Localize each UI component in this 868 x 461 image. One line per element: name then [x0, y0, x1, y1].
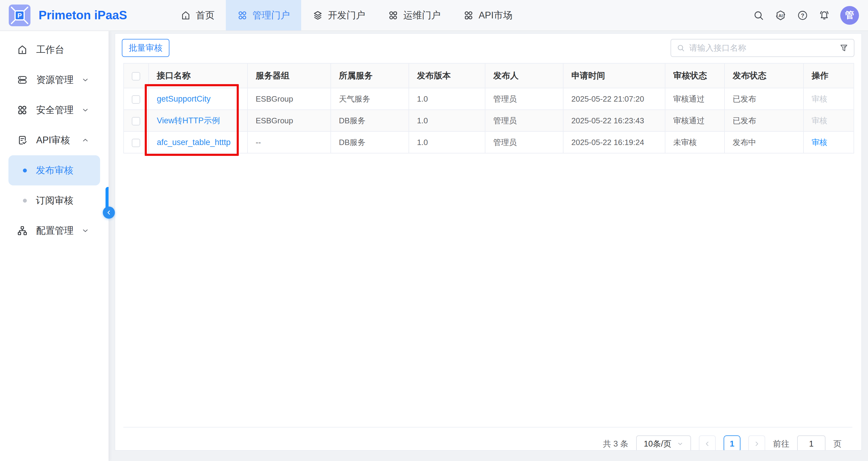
- column-header: 接口名称: [149, 63, 248, 88]
- home-icon: [181, 10, 191, 21]
- table-row: afc_user_table_htttp -- DB服务 1.0 管理员 202…: [124, 131, 854, 153]
- api-name-link[interactable]: View转HTTP示例: [157, 116, 220, 125]
- batch-audit-button[interactable]: 批量审核: [122, 39, 169, 57]
- cell-service: 天气服务: [331, 88, 409, 110]
- config-icon: [17, 225, 28, 236]
- row-checkbox[interactable]: [132, 117, 140, 125]
- api-audit-icon: [17, 135, 28, 146]
- nav-item-api-market[interactable]: API市场: [452, 0, 524, 30]
- security-icon: [17, 104, 28, 116]
- cell-apply-time: 2025-05-22 16:19:24: [563, 131, 665, 153]
- row-checkbox[interactable]: [132, 139, 140, 147]
- sidebar-collapse-button[interactable]: [103, 207, 115, 219]
- cell-apply-time: 2025-05-22 21:07:20: [563, 88, 665, 110]
- chevron-up-icon: [82, 136, 89, 144]
- nav-item-label: API市场: [478, 9, 512, 22]
- cell-server-group: ESBGroup: [248, 110, 331, 131]
- sidebar-subitem-label: 订阅审核: [36, 194, 73, 207]
- api-name-link[interactable]: getSupportCity: [157, 94, 211, 103]
- cell-publish-status: 发布中: [724, 131, 804, 153]
- chevron-down-icon: [82, 106, 89, 114]
- nav-item-home[interactable]: 首页: [169, 0, 226, 30]
- inactive-dot-icon: [23, 199, 27, 203]
- audit-action-link[interactable]: 审核: [812, 138, 827, 147]
- cell-audit-status: 未审核: [665, 131, 724, 153]
- audit-action-disabled: 审核: [812, 94, 827, 103]
- column-header: 申请时间: [563, 63, 665, 88]
- goto-page-input[interactable]: [797, 435, 826, 451]
- sidebar-item-config[interactable]: 配置管理: [0, 216, 108, 246]
- column-header: 发布版本: [409, 63, 485, 88]
- sidebar: 工作台 资源管理 安全管理: [0, 31, 108, 461]
- layers-icon: [313, 10, 323, 21]
- select-all-checkbox[interactable]: [132, 72, 140, 81]
- grid-icon: [388, 10, 398, 21]
- cell-audit-status: 审核通过: [665, 110, 724, 131]
- help-icon[interactable]: ?: [797, 10, 808, 21]
- bell-icon[interactable]: [818, 10, 830, 21]
- column-header: 发布人: [485, 63, 563, 88]
- sidebar-item-subscribe-audit[interactable]: 订阅审核: [8, 185, 100, 216]
- chevron-left-icon: [704, 440, 711, 448]
- brand: P Primeton iPaaS: [0, 4, 127, 27]
- audit-action-disabled: 审核: [812, 116, 827, 125]
- sidebar-item-workbench[interactable]: 工作台: [0, 35, 108, 65]
- sidebar-item-label: 配置管理: [36, 224, 73, 237]
- ai-icon[interactable]: AI: [775, 9, 786, 22]
- sidebar-item-publish-audit[interactable]: 发布审核: [8, 155, 100, 185]
- pagination-bar: 共 3 条 10条/页 1 前往 页: [123, 427, 852, 451]
- cell-server-group: ESBGroup: [248, 88, 331, 110]
- nav-menu: 首页 管理门户 开发门户: [169, 0, 524, 30]
- page-number-button[interactable]: 1: [723, 435, 741, 451]
- table-header-row: 接口名称 服务器组 所属服务 发布版本 发布人 申请时间 审核状态 发布状态 操…: [124, 63, 854, 88]
- chevron-down-icon: [82, 227, 89, 235]
- nav-item-label: 管理门户: [252, 9, 290, 22]
- cell-server-group: --: [248, 131, 331, 153]
- page-size-value: 10条/页: [644, 438, 672, 449]
- nav-item-label: 开发门户: [328, 9, 365, 22]
- avatar[interactable]: 管: [840, 6, 859, 25]
- chevron-right-icon: [753, 440, 761, 448]
- cell-service: DB服务: [331, 110, 409, 131]
- brand-logo-icon: P: [8, 4, 31, 27]
- api-name-link[interactable]: afc_user_table_htttp: [157, 138, 230, 147]
- page-unit-label: 页: [833, 435, 841, 451]
- active-dot-icon: [23, 168, 27, 173]
- workbench-icon: [17, 44, 28, 55]
- chevron-left-icon: [105, 209, 112, 216]
- goto-label: 前往: [773, 435, 789, 451]
- page-size-select[interactable]: 10条/页: [636, 435, 691, 451]
- sidebar-item-security[interactable]: 安全管理: [0, 95, 108, 125]
- cell-publisher: 管理员: [485, 131, 563, 153]
- search-input[interactable]: [689, 43, 835, 53]
- search-box: [671, 39, 855, 57]
- nav-item-label: 首页: [196, 9, 214, 22]
- sidebar-item-label: API审核: [36, 134, 70, 147]
- cell-version: 1.0: [409, 88, 485, 110]
- nav-item-admin-portal[interactable]: 管理门户: [226, 0, 301, 30]
- table-row: View转HTTP示例 ESBGroup DB服务 1.0 管理员 2025-0…: [124, 110, 854, 131]
- nav-item-ops-portal[interactable]: 运维门户: [377, 0, 452, 30]
- search-icon[interactable]: [753, 10, 764, 21]
- svg-text:P: P: [18, 12, 22, 19]
- content-card: 批量审核 接口名称 服务器组 所属服务 发布版本: [115, 33, 862, 451]
- filter-icon[interactable]: [839, 43, 848, 53]
- row-checkbox[interactable]: [132, 95, 140, 104]
- sidebar-item-label: 资源管理: [36, 73, 73, 86]
- chevron-down-icon: [677, 440, 683, 447]
- cell-publisher: 管理员: [485, 110, 563, 131]
- column-header: 发布状态: [724, 63, 804, 88]
- cell-version: 1.0: [409, 131, 485, 153]
- cell-apply-time: 2025-05-22 16:23:43: [563, 110, 665, 131]
- next-page-button[interactable]: [748, 435, 765, 451]
- prev-page-button[interactable]: [699, 435, 716, 451]
- cell-version: 1.0: [409, 110, 485, 131]
- sidebar-item-label: 工作台: [36, 43, 64, 56]
- grid-icon: [463, 10, 474, 21]
- cell-publish-status: 已发布: [724, 110, 804, 131]
- sidebar-item-api-audit[interactable]: API审核: [0, 125, 108, 155]
- cell-audit-status: 审核通过: [665, 88, 724, 110]
- nav-item-dev-portal[interactable]: 开发门户: [301, 0, 377, 30]
- sidebar-subitem-label: 发布审核: [36, 164, 73, 177]
- sidebar-item-resource[interactable]: 资源管理: [0, 65, 108, 95]
